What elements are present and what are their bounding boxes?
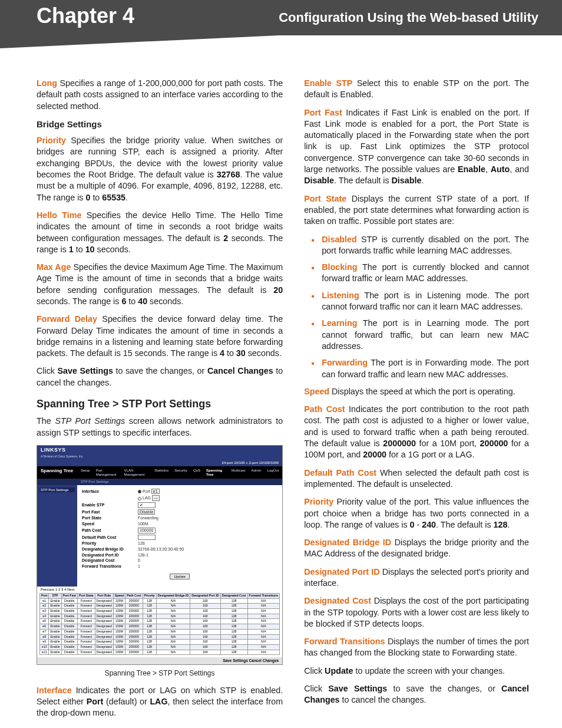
para-enable-stp: Enable STP Select this to enable STP on … [304,78,529,101]
shot-brand: LINKSYS [37,446,282,455]
para-priority: Priority Specifies the bridge priority v… [37,135,283,203]
state-blocking: Blocking The port is currently blocked a… [315,262,529,285]
para-portstate: Port State Displays the current STP stat… [304,193,529,228]
shot-topright: 24-port 10/100 + 2-port 10/100/1000 [37,460,282,466]
shot-table: PortSTPPort FastPort StatePort RoleSpeed… [37,593,282,658]
port-state-list: Disabled STP is currently disabled on th… [304,234,529,380]
right-column: Enable STP Select this to enable STP on … [304,78,529,726]
shot-leftnav: STP Port Settings [37,485,77,587]
chapter-title: Chapter 4 [37,4,134,28]
shot-pager[interactable]: Previous 1 2 3 4 Next [37,587,282,593]
para-speed: Speed Displays the speed at which the po… [304,386,529,397]
para-fdelay: Forward Delay Specifies the device forwa… [37,314,283,359]
para-long: Long Specifies a range of 1-200,000,000 … [37,78,283,112]
enable-stp-checkbox[interactable]: ✔ [138,502,156,508]
state-forwarding: Forwarding The port is in Forwarding mod… [315,357,529,380]
figure-caption: Spanning Tree > STP Port Settings [37,668,283,678]
heading-stp-port-settings: Spanning Tree > STP Port Settings [37,397,283,411]
shot-navtabs: Setup Port Management VLAN Management St… [77,466,282,479]
shot-save-row[interactable]: Save Settings Cancel Changes [37,657,282,664]
shot-subbrand: A Division of Cisco Systems, Inc. [37,455,282,460]
left-column: Long Specifies a range of 1-200,000,000 … [37,78,283,726]
para-priority-r: Priority Priority value of the port. Thi… [304,496,529,531]
para-update: Click Update to update the screen with y… [304,666,529,677]
para-interface: Interface Indicates the port or LAG on w… [37,685,283,719]
para-dbid: Designated Bridge ID Displays the bridge… [304,537,529,560]
radio-port[interactable] [138,490,141,493]
para-dcost: Designated Cost Displays the cost of the… [304,595,529,630]
screenshot: LINKSYS A Division of Cisco Systems, Inc… [37,445,283,665]
radio-lag[interactable] [138,497,141,500]
update-button[interactable]: Update [170,574,189,580]
shot-form: Interface Port e1 LAG — Enable STP✔ Port… [77,485,282,587]
content-columns: Long Specifies a range of 1-200,000,000 … [0,48,562,726]
figure-screenshot: LINKSYS A Division of Cisco Systems, Inc… [37,445,283,665]
shot-subnav: STP Port Settings [37,479,282,485]
shot-body: STP Port Settings Interface Port e1 LAG … [37,485,282,587]
term-long: Long [37,78,57,88]
para-dpid: Designated Port ID Displays the selected… [304,566,529,589]
heading-bridge-settings: Bridge Settings [37,118,283,130]
state-disabled: Disabled STP is currently disabled on th… [315,234,529,257]
para-maxage: Max Age Specifies the device Maximum Age… [37,262,283,307]
para-hello: Hello Time Specifies the device Hello Ti… [37,210,283,255]
shot-navrow: Spanning Tree Setup Port Management VLAN… [37,466,282,479]
page-footer: Business Series Smart Gigabit Ethernet S… [0,726,562,728]
shot-navlabel: Spanning Tree [37,466,77,479]
para-save: Click Save Settings to save the changes,… [37,365,283,388]
state-listening: Listening The port is in Listening mode.… [315,290,529,313]
defpath-checkbox[interactable] [138,535,156,541]
para-portfast: Port Fast Indicates if Fast Link is enab… [304,107,529,187]
para-pathcost: Path Cost Indicates the port contributio… [304,404,529,460]
page-header: Configuration Using the Web-based Utilit… [0,0,562,48]
para-save-r: Click Save Settings to save the changes,… [304,683,529,706]
state-learning: Learning The port is in Learning mode. T… [315,318,529,352]
para-defpath: Default Path Cost When selected the defa… [304,467,529,490]
para-section-intro: The STP Port Settings screen allows netw… [37,416,283,439]
para-ftrans: Forward Transitions Displays the number … [304,636,529,659]
